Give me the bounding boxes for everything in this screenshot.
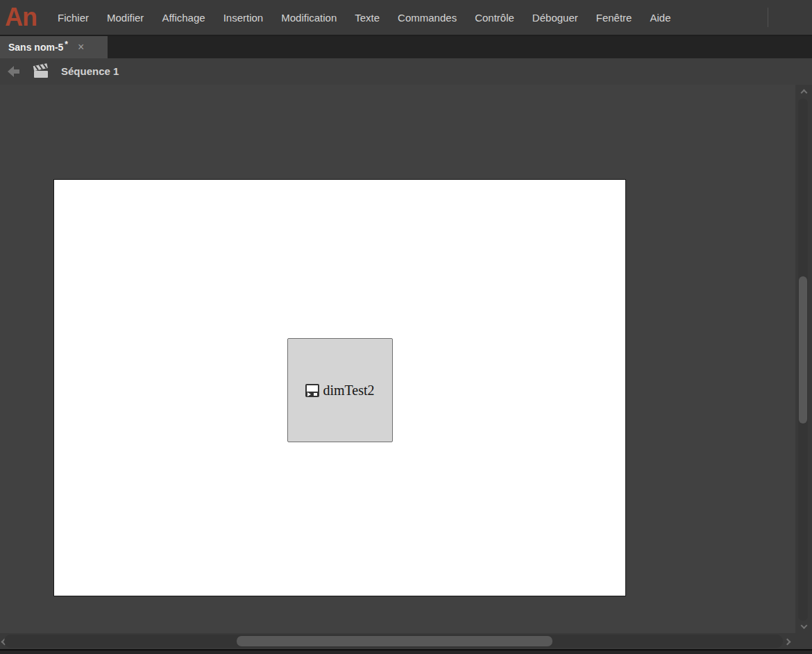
scroll-up-button[interactable] <box>800 88 808 97</box>
bottom-edge-strip <box>0 649 812 654</box>
menu-item-modification[interactable]: Modification <box>272 12 346 24</box>
animate-logo: An <box>5 1 37 34</box>
horizontal-scrollbar[interactable] <box>0 633 795 649</box>
video-component-icon <box>305 384 319 397</box>
vertical-scrollbar[interactable] <box>795 85 812 633</box>
chevron-right-icon <box>784 638 790 645</box>
unsaved-indicator: * <box>65 40 68 49</box>
menu-item-fichier[interactable]: Fichier <box>49 12 98 24</box>
menu-bar-divider <box>768 8 768 27</box>
menu-item-aide[interactable]: Aide <box>641 12 679 24</box>
menu-item-insertion[interactable]: Insertion <box>214 12 273 24</box>
menu-items: Fichier Modifier Affichage Insertion Mod… <box>49 0 679 35</box>
chevron-up-icon <box>800 89 807 96</box>
stage[interactable]: dimTest2 <box>53 179 626 596</box>
document-tab[interactable]: Sans nom-5 * × <box>0 36 108 58</box>
menu-item-deboguer[interactable]: Déboguer <box>523 12 587 24</box>
horizontal-scroll-thumb[interactable] <box>237 636 552 646</box>
chevron-down-icon <box>800 622 807 629</box>
back-button[interactable] <box>6 63 24 80</box>
animate-window: An Fichier Modifier Affichage Insertion … <box>0 0 812 654</box>
back-arrow-icon <box>7 65 22 78</box>
scroll-right-button[interactable] <box>783 637 791 646</box>
menu-item-controle[interactable]: Contrôle <box>466 12 523 24</box>
menu-item-modifier[interactable]: Modifier <box>98 12 153 24</box>
menu-item-affichage[interactable]: Affichage <box>153 12 214 24</box>
component-instance-label: dimTest2 <box>323 383 374 399</box>
play-triangle-shape <box>307 392 311 396</box>
close-icon[interactable]: × <box>78 42 84 53</box>
vertical-scroll-thumb[interactable] <box>799 276 807 424</box>
scene-breadcrumb-label: Séquence 1 <box>61 65 119 77</box>
menu-item-fenetre[interactable]: Fenêtre <box>587 12 641 24</box>
video-screen-shape <box>307 385 318 392</box>
scrollbar-corner <box>795 633 812 649</box>
control-dot-shape <box>314 393 317 396</box>
scroll-down-button[interactable] <box>800 622 808 630</box>
edit-bar: Séquence 1 <box>0 58 812 85</box>
document-tab-bar: Sans nom-5 * × <box>0 36 812 58</box>
menu-item-texte[interactable]: Texte <box>346 12 389 24</box>
menu-bar: An Fichier Modifier Affichage Insertion … <box>0 0 812 35</box>
component-instance[interactable]: dimTest2 <box>287 338 393 442</box>
pasteboard: dimTest2 <box>0 85 795 633</box>
clapperboard-icon <box>32 63 50 80</box>
menu-item-commandes[interactable]: Commandes <box>389 12 466 24</box>
document-tab-label: Sans nom-5 <box>8 42 63 53</box>
